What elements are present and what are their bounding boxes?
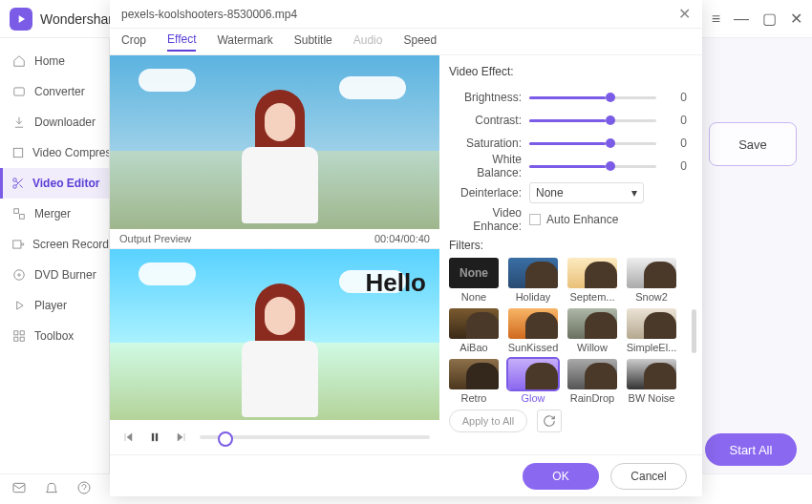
effects-panel: Video Effect: Brightness:0 Contrast:0 Sa… [439, 55, 702, 454]
filter-retro[interactable] [449, 359, 499, 389]
save-button[interactable]: Save [709, 122, 797, 166]
bell-icon[interactable] [44, 480, 59, 499]
maximize-icon[interactable]: ▢ [762, 10, 777, 28]
enhance-label: Video Enhance: [449, 206, 522, 233]
merge-icon [11, 206, 27, 221]
filter-sunkissed[interactable] [508, 308, 558, 339]
tab-effect[interactable]: Effect [167, 32, 196, 52]
window-controls: ≡ — ▢ ✕ [712, 10, 802, 28]
svg-point-7 [22, 243, 24, 245]
auto-enhance-checkbox[interactable] [529, 214, 541, 225]
preview-column: Output Preview 00:04/00:40 Hello [110, 55, 439, 454]
filter-septem[interactable] [567, 258, 617, 288]
brightness-slider[interactable] [529, 96, 656, 99]
filter-holiday[interactable] [508, 258, 558, 288]
sidebar-item-label: DVD Burner [34, 268, 96, 282]
seek-slider[interactable] [200, 435, 430, 439]
sidebar-item-label: Converter [34, 85, 85, 98]
filter-willow[interactable] [567, 308, 617, 339]
tab-subtitle[interactable]: Subtitle [294, 33, 332, 51]
compress-icon [11, 145, 25, 160]
tab-watermark[interactable]: Watermark [217, 33, 272, 51]
close-icon[interactable]: ✕ [678, 5, 691, 23]
filter-glow[interactable] [508, 359, 558, 389]
auto-enhance-text: Auto Enhance [546, 213, 618, 226]
sidebar-item-compressor[interactable]: Video Compres [0, 137, 109, 168]
ok-button[interactable]: OK [523, 463, 599, 490]
filter-label: Glow [521, 392, 545, 404]
sidebar-item-label: Downloader [34, 116, 96, 129]
home-icon [11, 53, 27, 69]
editor-modal: pexels-koolshooters-8530006.mp4 ✕ Crop E… [110, 0, 702, 496]
prev-frame-button[interactable] [119, 429, 137, 446]
svg-point-2 [13, 178, 17, 182]
sidebar-item-dvd-burner[interactable]: DVD Burner [0, 260, 109, 290]
tab-crop[interactable]: Crop [121, 33, 146, 51]
modal-filename: pexels-koolshooters-8530006.mp4 [121, 8, 297, 21]
svg-point-3 [13, 185, 17, 189]
next-frame-button[interactable] [173, 429, 190, 446]
sidebar-item-label: Home [34, 54, 65, 68]
saturation-slider[interactable] [529, 142, 656, 145]
sidebar-item-label: Merger [34, 207, 71, 220]
filters-title: Filters: [449, 239, 687, 252]
filter-label: BW Noise [629, 392, 675, 404]
preview-bar: Output Preview 00:04/00:40 [110, 229, 439, 249]
sidebar-item-player[interactable]: Player [0, 290, 109, 321]
svg-rect-5 [20, 215, 25, 220]
white-balance-value: 0 [670, 159, 687, 173]
start-all-button[interactable]: Start All [705, 433, 797, 466]
filter-none[interactable]: None [449, 258, 499, 288]
minimize-icon[interactable]: — [734, 10, 749, 28]
pause-button[interactable] [146, 429, 163, 446]
filter-label: RainDrop [570, 392, 614, 404]
apply-to-all-button[interactable]: Apply to All [449, 410, 527, 432]
converter-icon [11, 84, 27, 99]
filter-aibao[interactable] [449, 308, 499, 339]
contrast-slider[interactable] [529, 119, 656, 122]
output-preview-label: Output Preview [119, 233, 191, 244]
sidebar-item-toolbox[interactable]: Toolbox [0, 321, 109, 351]
tab-audio: Audio [353, 33, 383, 51]
output-preview: Hello [110, 249, 439, 419]
filter-simpleel[interactable] [627, 308, 676, 339]
play-icon [11, 298, 27, 313]
svg-rect-16 [152, 433, 154, 441]
app-logo [10, 8, 32, 31]
white-balance-slider[interactable] [529, 165, 656, 168]
sidebar-item-video-editor[interactable]: Video Editor [0, 168, 109, 199]
svg-rect-1 [13, 148, 22, 157]
cancel-button[interactable]: Cancel [610, 463, 687, 490]
filter-bwnoise[interactable] [627, 359, 676, 389]
filter-label: Holiday [516, 291, 551, 303]
close-window-icon[interactable]: ✕ [790, 10, 802, 28]
white-balance-label: White Balance: [449, 153, 522, 179]
filter-label: Septem... [569, 291, 614, 303]
reset-button[interactable] [537, 410, 562, 432]
sidebar-item-converter[interactable]: Converter [0, 76, 109, 107]
original-preview [110, 55, 439, 229]
sidebar-item-home[interactable]: Home [0, 46, 109, 76]
tab-speed[interactable]: Speed [403, 33, 437, 51]
filter-label: AiBao [459, 342, 487, 353]
chevron-down-icon: ▾ [631, 186, 637, 200]
sidebar-item-merger[interactable]: Merger [0, 199, 109, 229]
sidebar-item-screen-recorder[interactable]: Screen Recorde [0, 229, 109, 260]
svg-point-9 [18, 274, 20, 276]
help-icon[interactable] [76, 480, 92, 499]
scrollbar[interactable] [692, 309, 696, 353]
brightness-value: 0 [670, 91, 687, 104]
playback-controls [110, 420, 439, 454]
svg-point-8 [14, 270, 25, 281]
deinterlace-label: Deinterlace: [449, 186, 522, 200]
sidebar-item-downloader[interactable]: Downloader [0, 107, 109, 137]
filter-label: SimpleEl... [627, 342, 677, 353]
mail-icon[interactable] [11, 480, 27, 499]
filter-snow2[interactable] [627, 258, 676, 288]
hamburger-icon[interactable]: ≡ [712, 10, 720, 28]
brand-name: Wondershare [40, 11, 120, 27]
filter-label: SunKissed [508, 342, 559, 353]
filter-raindrop[interactable] [567, 359, 617, 389]
deinterlace-select[interactable]: None▾ [529, 182, 644, 203]
svg-rect-13 [20, 337, 24, 341]
